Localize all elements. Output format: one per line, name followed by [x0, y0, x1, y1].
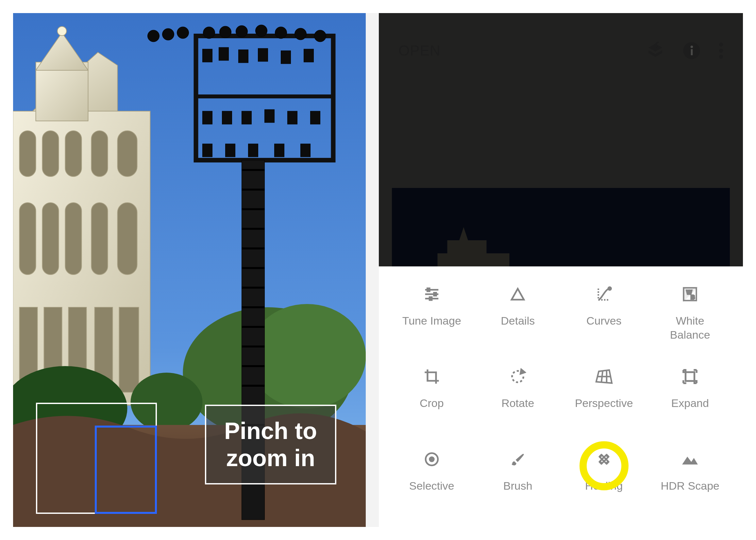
svg-rect-53	[275, 144, 284, 157]
svg-rect-39	[219, 48, 229, 61]
svg-point-22	[248, 304, 366, 409]
instruction-line-2: zoom in	[224, 445, 317, 472]
svg-rect-46	[242, 111, 252, 124]
tool-details[interactable]: Details	[475, 273, 561, 352]
svg-text:B: B	[691, 294, 695, 300]
svg-rect-48	[288, 111, 298, 124]
tool-tune-image[interactable]: Tune Image	[389, 273, 475, 352]
svg-rect-20	[119, 307, 139, 392]
tool-expand[interactable]: Expand	[647, 355, 733, 434]
svg-point-34	[256, 25, 267, 37]
instruction-overlay: Pinch to zoom in	[205, 405, 336, 484]
crop-icon	[422, 367, 441, 386]
svg-rect-12	[43, 202, 59, 275]
svg-rect-7	[43, 131, 59, 177]
svg-rect-14	[91, 202, 108, 275]
svg-rect-6	[20, 131, 36, 177]
svg-point-74	[719, 49, 723, 53]
svg-rect-41	[258, 48, 268, 62]
editor-preview-area: OPEN	[379, 13, 743, 266]
tool-crop[interactable]: Crop	[389, 355, 475, 434]
tools-grid: Tune Image Details Curves WB WhiteBalanc…	[379, 266, 743, 527]
svg-rect-43	[304, 49, 314, 62]
healing-icon	[594, 450, 614, 469]
open-button[interactable]: OPEN	[398, 43, 441, 59]
tool-label: Curves	[586, 314, 622, 328]
svg-rect-8	[65, 131, 82, 177]
tool-label: Tune Image	[402, 314, 461, 328]
svg-rect-45	[222, 111, 232, 124]
svg-point-32	[220, 26, 231, 38]
right-app-panel: OPEN	[379, 13, 743, 527]
selective-icon	[422, 450, 441, 469]
svg-rect-13	[65, 202, 82, 275]
more-menu-icon[interactable]	[719, 42, 723, 60]
tool-label: Rotate	[501, 396, 534, 410]
tool-label: WhiteBalance	[670, 314, 710, 341]
tune-icon	[422, 284, 441, 304]
svg-rect-38	[203, 49, 212, 62]
instruction-line-1: Pinch to	[224, 417, 317, 445]
svg-point-31	[203, 27, 215, 39]
svg-point-30	[177, 27, 189, 39]
tool-label: Expand	[671, 396, 709, 410]
hdr-scape-icon	[680, 450, 700, 469]
svg-rect-40	[239, 50, 248, 63]
svg-point-89	[608, 287, 611, 290]
svg-point-35	[275, 27, 287, 39]
svg-point-72	[691, 46, 693, 48]
svg-rect-71	[691, 49, 693, 55]
details-icon	[508, 284, 528, 304]
perspective-icon	[594, 367, 614, 386]
svg-point-29	[163, 29, 174, 40]
svg-marker-94	[521, 370, 525, 374]
svg-marker-86	[512, 289, 524, 299]
undo-layers-icon[interactable]	[646, 42, 665, 60]
svg-rect-42	[281, 51, 291, 64]
tool-label: Perspective	[575, 396, 633, 410]
crop-frame-inner	[95, 426, 157, 514]
svg-rect-47	[265, 109, 275, 123]
tool-label: HDR Scape	[661, 479, 719, 493]
svg-point-5	[58, 27, 67, 36]
tool-curves[interactable]: Curves	[561, 273, 647, 352]
tool-label: Healing	[585, 479, 623, 493]
svg-point-73	[719, 43, 723, 47]
svg-point-37	[315, 30, 326, 42]
svg-rect-3	[36, 62, 88, 121]
info-icon[interactable]	[683, 42, 701, 60]
tool-hdr-scape[interactable]: HDR Scape	[647, 438, 733, 517]
svg-point-33	[236, 26, 248, 37]
svg-point-36	[295, 28, 307, 40]
svg-point-28	[148, 30, 160, 42]
expand-icon	[680, 367, 700, 386]
tool-label: Details	[501, 314, 535, 328]
tool-label: Selective	[409, 479, 454, 493]
left-photo-panel[interactable]: Pinch to zoom in	[13, 13, 366, 527]
svg-rect-44	[203, 111, 212, 124]
svg-rect-50	[203, 144, 212, 157]
tool-perspective[interactable]: Perspective	[561, 355, 647, 434]
svg-rect-11	[20, 202, 36, 275]
tool-white-balance[interactable]: WB WhiteBalance	[647, 273, 733, 352]
brush-icon	[508, 450, 528, 469]
svg-rect-9	[91, 131, 108, 177]
svg-rect-15	[118, 202, 137, 275]
tool-rotate[interactable]: Rotate	[475, 355, 561, 434]
white-balance-icon: WB	[680, 284, 700, 304]
tool-selective[interactable]: Selective	[389, 438, 475, 517]
svg-point-100	[430, 457, 434, 461]
svg-rect-10	[118, 131, 137, 177]
tool-healing[interactable]: Healing	[561, 438, 647, 517]
top-bar: OPEN	[379, 13, 743, 88]
svg-marker-109	[682, 457, 698, 465]
svg-rect-84	[434, 293, 436, 296]
tool-brush[interactable]: Brush	[475, 438, 561, 517]
svg-point-75	[719, 55, 723, 59]
svg-rect-83	[427, 288, 430, 291]
svg-rect-51	[225, 144, 235, 157]
svg-rect-54	[301, 144, 311, 157]
curves-icon	[594, 284, 614, 304]
svg-rect-52	[248, 144, 258, 157]
svg-rect-49	[311, 111, 320, 124]
